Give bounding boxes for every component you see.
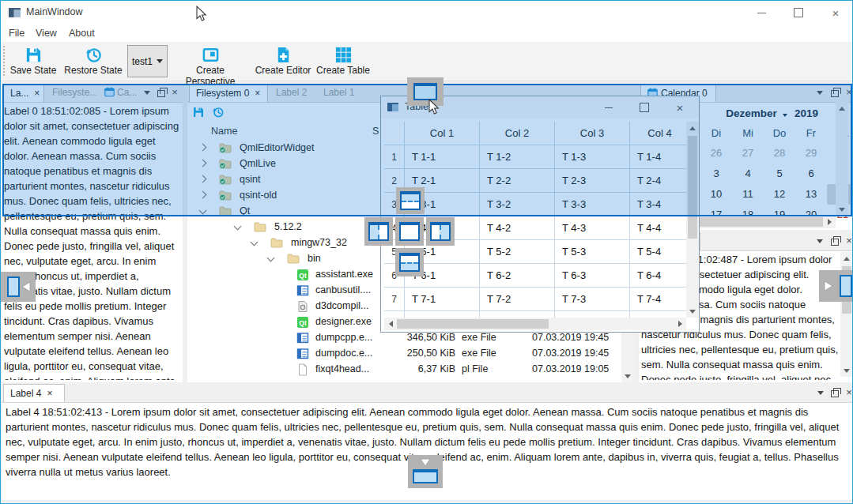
- arrow-left-icon: [21, 281, 31, 292]
- window-title: MainWindow: [26, 6, 83, 17]
- qt-app-icon: [296, 316, 309, 329]
- dock-float-button[interactable]: [828, 386, 841, 399]
- tree-item[interactable]: dumpdoc.e...250,50 KiBexe File07.03.2019…: [187, 345, 634, 361]
- drop-indicator-split-bottom[interactable]: [395, 248, 424, 276]
- folder-icon: [270, 237, 283, 248]
- table-cell[interactable]: T 7-2: [480, 288, 555, 311]
- table-cell[interactable]: T 8-4: [630, 311, 689, 318]
- table-cell[interactable]: T 7-3: [555, 288, 630, 311]
- drop-indicator-split-right[interactable]: [426, 217, 455, 246]
- drop-indicator-window-bottom[interactable]: [408, 455, 443, 488]
- table-cell[interactable]: T 8-1: [405, 311, 480, 318]
- table-cell[interactable]: T 4-2: [480, 216, 555, 240]
- table-cell[interactable]: T 6-3: [555, 264, 630, 288]
- dock-close-button[interactable]: ×: [843, 386, 853, 399]
- menu-view[interactable]: View: [32, 24, 60, 42]
- restore-icon: [85, 46, 103, 64]
- table-cell[interactable]: T 6-2: [480, 264, 555, 288]
- title-bar[interactable]: MainWindow ×: [1, 1, 852, 24]
- table-cell[interactable]: T 4-4: [630, 216, 689, 240]
- save-icon: [25, 46, 43, 64]
- drop-indicator-window-left[interactable]: [1, 272, 36, 302]
- perspective-combobox[interactable]: test1: [127, 45, 168, 77]
- restore-state-button[interactable]: Restore State: [62, 44, 124, 79]
- dock-float-button[interactable]: [828, 235, 841, 247]
- dock-menu-button[interactable]: [814, 386, 827, 399]
- table-cell[interactable]: T 6-4: [630, 264, 689, 288]
- table-cell[interactable]: T 4-3: [555, 216, 630, 240]
- table-icon: [334, 46, 353, 64]
- toolbar-drag-handle[interactable]: [3, 46, 5, 76]
- table-cell[interactable]: T 5-4: [630, 240, 689, 264]
- minimize-button[interactable]: [743, 1, 779, 24]
- row-header[interactable]: 7: [384, 288, 405, 311]
- folder-icon: [287, 253, 300, 264]
- dock-menu-button[interactable]: [813, 235, 826, 247]
- drop-indicator-center-tab[interactable]: [395, 217, 424, 246]
- table-cell[interactable]: T 5-2: [480, 240, 555, 264]
- app-icon: [296, 332, 309, 344]
- qt-app-icon: [296, 269, 309, 281]
- toolbar: Save State Restore State test1 Create Pe…: [1, 42, 852, 81]
- table-cell[interactable]: T 8-2: [480, 311, 555, 318]
- arrow-right-icon: [824, 280, 833, 291]
- chevron-down-icon[interactable]: [234, 223, 242, 231]
- create-table-button[interactable]: Create Table: [316, 44, 370, 79]
- app-icon: [296, 284, 309, 297]
- table-cell[interactable]: T 5-3: [555, 240, 630, 264]
- dll-icon: [296, 300, 309, 313]
- drop-indicator-split-left[interactable]: [364, 217, 393, 246]
- chevron-down-icon[interactable]: [251, 239, 259, 246]
- chevron-down-icon[interactable]: [267, 254, 275, 262]
- file-icon: [296, 363, 309, 376]
- table-cell[interactable]: T 8-3: [555, 311, 630, 318]
- main-window: MainWindow × File View About Save State …: [0, 0, 853, 504]
- table-cell[interactable]: T 7-4: [630, 288, 689, 311]
- drop-indicator-window-right[interactable]: [819, 270, 853, 302]
- mouse-cursor: [196, 6, 207, 22]
- drop-indicator-split-top[interactable]: [396, 187, 425, 214]
- app-icon: [9, 8, 21, 17]
- close-button[interactable]: ×: [817, 1, 853, 24]
- chevron-down-icon: [157, 59, 163, 63]
- menu-file[interactable]: File: [6, 24, 28, 42]
- app-icon: [296, 348, 309, 360]
- maximize-button[interactable]: [780, 1, 817, 24]
- table-hscrollbar[interactable]: [384, 318, 686, 330]
- dock-close-button[interactable]: ×: [843, 235, 853, 247]
- folder-icon: [254, 221, 266, 232]
- row-header[interactable]: 8: [384, 311, 405, 318]
- menu-bar: File View About: [1, 24, 852, 42]
- arrow-down-icon: [420, 458, 431, 468]
- tab-close-icon[interactable]: ×: [47, 388, 52, 399]
- perspective-icon: [202, 46, 220, 64]
- label4-dock-tabbar: Label 4× ×: [2, 384, 853, 403]
- mouse-cursor-drag: [428, 99, 440, 115]
- editor-icon: [274, 46, 293, 64]
- table-cell[interactable]: T 7-1: [405, 288, 480, 311]
- create-perspective-button[interactable]: Create Perspective: [172, 44, 249, 79]
- tree-item[interactable]: fixqt4head...6,37 KiBpl File07.03.2019 1…: [187, 361, 634, 377]
- menu-about[interactable]: About: [66, 24, 98, 42]
- create-editor-button[interactable]: Create Editor: [253, 44, 313, 79]
- save-state-button[interactable]: Save State: [7, 44, 59, 79]
- tab-label4[interactable]: Label 4×: [3, 384, 65, 402]
